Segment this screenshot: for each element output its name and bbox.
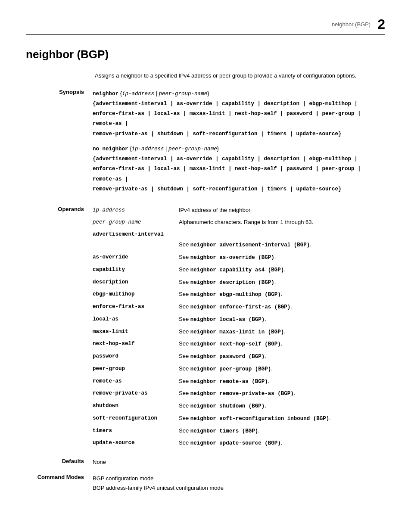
operand-term-local-as: local-as <box>93 315 179 324</box>
defaults-label: Defaults <box>26 458 93 467</box>
synopsis-line6: {advertisement-interval | as-override | … <box>93 154 385 164</box>
operand-row-ebgp-multihop: ebgp-multihop See neighbor ebgp-multihop… <box>93 290 385 299</box>
operand-see-remove-private-as: See neighbor remove-private-as (BGP). <box>179 389 385 398</box>
synopsis-line5: no neighbor {ip-address | peer-group-nam… <box>93 144 385 154</box>
command-modes-content: BGP configuration mode BGP address-famil… <box>93 474 385 493</box>
operand-see-update-source: See neighbor update-source (BGP). <box>179 439 385 448</box>
header-title: neighbor (BGP) <box>332 21 371 28</box>
operand-see-as-override: See neighbor as-override (BGP). <box>179 253 385 262</box>
synopsis-block-2: no neighbor {ip-address | peer-group-nam… <box>93 144 385 194</box>
page-title: neighbor (BGP) <box>26 48 385 61</box>
operand-def-peer-group-name: Alphanumeric characters. Range is from 1… <box>179 218 385 227</box>
synopsis-line2: {advertisement-interval | as-override | … <box>93 99 385 109</box>
operand-row-as-override: as-override See neighbor as-override (BG… <box>93 253 385 262</box>
operand-term-remote-as: remote-as <box>93 377 179 386</box>
operand-term-enforce-first-as: enforce-first-as <box>93 302 179 311</box>
operand-row-maxas-limit: maxas-limit See neighbor maxas-limit in … <box>93 327 385 336</box>
operand-see-ebgp-multihop: See neighbor ebgp-multihop (BGP). <box>179 290 385 299</box>
operand-see-description: See neighbor description (BGP). <box>179 278 385 287</box>
operand-see-soft-reconfiguration: See neighbor soft-reconfiguration inboun… <box>179 414 385 423</box>
synopsis-neighbor-keyword: neighbor <box>93 91 118 97</box>
operand-term-capability: capability <box>93 265 179 274</box>
page: neighbor (BGP) 2 neighbor (BGP) Assigns … <box>0 0 411 532</box>
synopsis-label: Synopsis <box>26 89 93 199</box>
command-modes-label: Command Modes <box>26 474 93 493</box>
operand-row-enforce-first-as: enforce-first-as See neighbor enforce-fi… <box>93 302 385 311</box>
operands-section: Operands ip-address IPv4 address of the … <box>26 206 385 451</box>
operand-row-peer-group-name: peer-group-name Alphanumeric characters.… <box>93 218 385 227</box>
operand-see-advertisement-interval: See neighbor advertisement-interval (BGP… <box>179 240 385 249</box>
operand-row-next-hop-self: next-hop-self See neighbor next-hop-self… <box>93 339 385 348</box>
operand-row-peer-group: peer-group See neighbor peer-group (BGP)… <box>93 364 385 373</box>
operand-see-peer-group: See neighbor peer-group (BGP). <box>179 364 385 373</box>
operand-row-local-as: local-as See neighbor local-as (BGP). <box>93 315 385 324</box>
operand-term-ip-address: ip-address <box>93 206 179 215</box>
operand-term-maxas-limit: maxas-limit <box>93 327 179 336</box>
operand-term-peer-group: peer-group <box>93 364 179 373</box>
operand-see-remote-as: See neighbor remote-as (BGP). <box>179 377 385 386</box>
operand-see-shutdown: See neighbor shutdown (BGP). <box>179 401 385 411</box>
operand-row-advertisement-interval: advertisement-interval <box>93 230 385 239</box>
command-mode-line1: BGP configuration mode <box>93 474 385 483</box>
operand-row-timers: timers See neighbor timers (BGP). <box>93 426 385 436</box>
operand-row-shutdown: shutdown See neighbor shutdown (BGP). <box>93 401 385 411</box>
operand-see-enforce-first-as: See neighbor enforce-first-as (BGP). <box>179 302 385 311</box>
operand-term-description: description <box>93 278 179 286</box>
operand-term-remove-private-as: remove-private-as <box>93 389 179 398</box>
operand-row-update-source: update-source See neighbor update-source… <box>93 439 385 448</box>
operand-term-peer-group-name: peer-group-name <box>93 218 179 227</box>
synopsis-line7: enforce-first-as | local-as | maxas-limi… <box>93 164 385 184</box>
operand-row-ip-address: ip-address IPv4 address of the neighbor <box>93 206 385 215</box>
operands-label: Operands <box>26 206 93 451</box>
header-bar: neighbor (BGP) 2 <box>26 17 385 35</box>
header-number: 2 <box>377 17 385 31</box>
synopsis-line3: enforce-first-as | local-as | maxas-limi… <box>93 109 385 129</box>
synopsis-line1: neighbor {ip-address | peer-group-name} <box>93 89 385 99</box>
operand-see-password: See neighbor password (BGP). <box>179 352 385 361</box>
synopsis-block-1: neighbor {ip-address | peer-group-name} … <box>93 89 385 139</box>
synopsis-content: neighbor {ip-address | peer-group-name} … <box>93 89 385 199</box>
command-mode-line2: BGP address-family IPv4 unicast configur… <box>93 483 385 493</box>
operand-term-soft-reconfiguration: soft-reconfiguration <box>93 414 179 423</box>
operand-row-capability: capability See neighbor capability as4 (… <box>93 265 385 274</box>
synopsis-line4: remove-private-as | shutdown | soft-reco… <box>93 129 385 139</box>
operand-term-password: password <box>93 352 179 361</box>
operand-term-ebgp-multihop: ebgp-multihop <box>93 290 179 299</box>
operand-term-as-override: as-override <box>93 253 179 261</box>
operand-row-password: password See neighbor password (BGP). <box>93 352 385 361</box>
operand-term-next-hop-self: next-hop-self <box>93 339 179 348</box>
operand-see-local-as: See neighbor local-as (BGP). <box>179 315 385 324</box>
operand-term-advertisement-interval: advertisement-interval <box>93 230 179 239</box>
operand-term-timers: timers <box>93 426 179 435</box>
operand-term-shutdown: shutdown <box>93 401 179 410</box>
operand-term-update-source: update-source <box>93 439 179 447</box>
synopsis-section: Synopsis neighbor {ip-address | peer-gro… <box>26 89 385 199</box>
operand-row-soft-reconfiguration: soft-reconfiguration See neighbor soft-r… <box>93 414 385 423</box>
operand-see-timers: See neighbor timers (BGP). <box>179 426 385 436</box>
synopsis-line8: remove-private-as | shutdown | soft-reco… <box>93 184 385 194</box>
command-modes-section: Command Modes BGP configuration mode BGP… <box>26 474 385 493</box>
operand-see-next-hop-self: See neighbor next-hop-self (BGP). <box>179 339 385 348</box>
operands-content: ip-address IPv4 address of the neighbor … <box>93 206 385 451</box>
operand-see-capability: See neighbor capability as4 (BGP). <box>179 265 385 274</box>
defaults-value: None <box>93 458 385 467</box>
operand-row-remove-private-as: remove-private-as See neighbor remove-pr… <box>93 389 385 398</box>
description: Assigns a neighbor to a specified IPv4 a… <box>95 72 385 80</box>
operand-def-ip-address: IPv4 address of the neighbor <box>179 206 385 215</box>
defaults-section: Defaults None <box>26 458 385 467</box>
operand-row-description: description See neighbor description (BG… <box>93 278 385 287</box>
operand-see-maxas-limit: See neighbor maxas-limit in (BGP). <box>179 327 385 336</box>
operand-row-remote-as: remote-as See neighbor remote-as (BGP). <box>93 377 385 386</box>
